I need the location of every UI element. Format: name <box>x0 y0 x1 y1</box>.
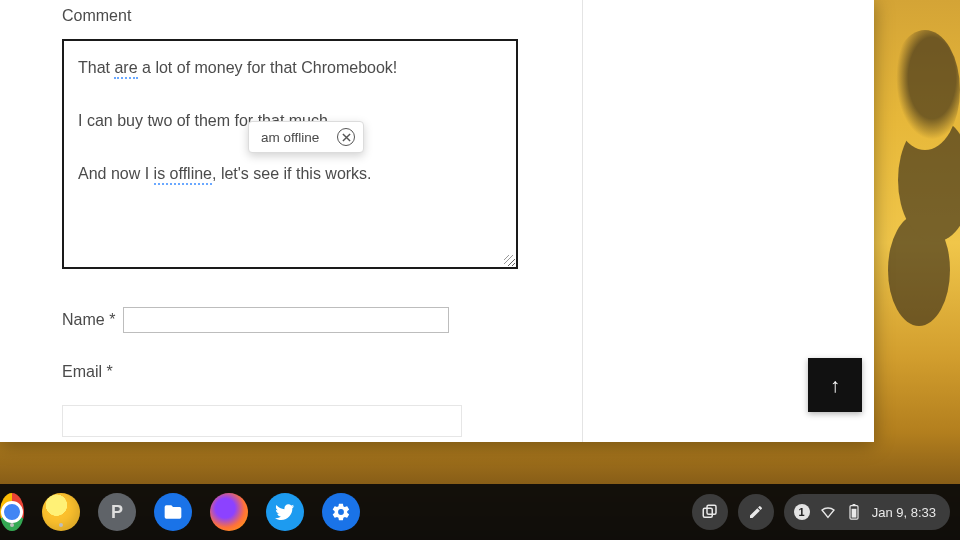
app-chrome-canary[interactable] <box>42 493 80 531</box>
close-icon <box>342 133 351 142</box>
wifi-icon <box>820 504 836 520</box>
p-app-icon: P <box>98 493 136 531</box>
comment-label: Comment <box>62 7 518 25</box>
content-divider <box>582 0 583 442</box>
app-chrome[interactable] <box>0 493 24 531</box>
comment-line-3: And now I is offline, let's see if this … <box>78 161 502 187</box>
pen-icon <box>748 504 764 520</box>
app-settings[interactable] <box>322 493 360 531</box>
shelf-status-area: 1 Jan 9, 8:33 <box>692 494 950 530</box>
dismiss-suggestion-button[interactable] <box>337 128 355 146</box>
resize-handle-icon[interactable] <box>504 255 514 265</box>
stylus-tools-button[interactable] <box>738 494 774 530</box>
svg-rect-3 <box>852 504 855 506</box>
scroll-to-top-button[interactable]: ↑ <box>808 358 862 412</box>
svg-rect-4 <box>851 509 856 518</box>
spelling-error[interactable]: is offline <box>154 165 212 185</box>
suggestion-text[interactable]: am offline <box>261 130 327 145</box>
comment-textarea[interactable]: That are a lot of money for that Chromeb… <box>62 39 518 269</box>
name-label: Name * <box>62 311 115 329</box>
settings-icon <box>322 493 360 531</box>
email-label: Email * <box>62 363 518 381</box>
name-input[interactable] <box>123 307 449 333</box>
clock-text: Jan 9, 8:33 <box>872 505 936 520</box>
shelf-pinned-apps: P <box>10 493 360 531</box>
arrow-up-icon: ↑ <box>830 374 840 397</box>
system-tray[interactable]: 1 Jan 9, 8:33 <box>784 494 950 530</box>
chromeos-shelf: P 1 <box>0 484 960 540</box>
running-indicator-icon <box>10 523 14 527</box>
battery-icon <box>846 504 862 520</box>
twitter-icon <box>266 493 304 531</box>
app-files[interactable] <box>154 493 192 531</box>
comment-form: Comment That are a lot of money for that… <box>62 0 582 437</box>
comment-line-1: That are a lot of money for that Chromeb… <box>78 55 502 81</box>
notification-count-badge: 1 <box>794 504 810 520</box>
firefox-icon <box>210 493 248 531</box>
holding-space-icon <box>701 503 719 521</box>
browser-window: Comment That are a lot of money for that… <box>0 0 874 442</box>
app-twitter[interactable] <box>266 493 304 531</box>
running-indicator-icon <box>59 523 63 527</box>
holding-space-button[interactable] <box>692 494 728 530</box>
app-p[interactable]: P <box>98 493 136 531</box>
spelling-error[interactable]: are <box>114 59 137 79</box>
email-input[interactable] <box>62 405 462 437</box>
files-icon <box>154 493 192 531</box>
app-firefox[interactable] <box>210 493 248 531</box>
spellcheck-suggestion-popup[interactable]: am offline <box>248 121 364 153</box>
